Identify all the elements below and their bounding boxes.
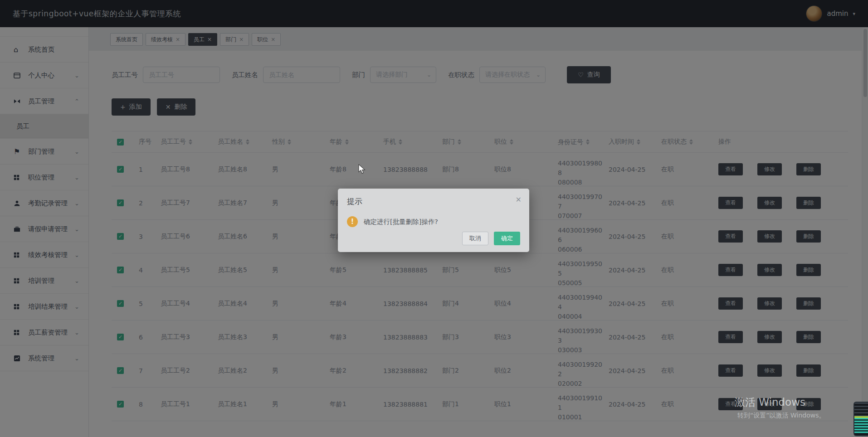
dialog-footer: 取消 确定 [462,232,520,245]
mouse-cursor [358,164,366,176]
warning-icon: ! [347,216,358,227]
widget-stripes-gray [854,403,868,416]
confirm-button[interactable]: 确定 [494,232,520,245]
dialog-message: 确定进行[批量删除]操作? [364,218,438,226]
dialog-close-icon[interactable]: ✕ [516,195,522,204]
dialog-title: 提示 [347,196,520,207]
windows-activation-watermark: 激活 Windows [735,395,805,409]
cancel-button[interactable]: 取消 [462,232,488,245]
hr-management-app: 基于springboot+vue框架的企业人事管理系统 admin ▾ ⌂ 系统… [0,0,868,437]
windows-activation-hint: 转到“设置”以激活 Windows。 [737,412,825,420]
corner-widget [853,402,868,436]
widget-stripes-teal [854,418,868,433]
dialog-body: ! 确定进行[批量删除]操作? [347,216,520,227]
confirm-dialog: 提示 ✕ ! 确定进行[批量删除]操作? 取消 确定 [338,189,529,252]
